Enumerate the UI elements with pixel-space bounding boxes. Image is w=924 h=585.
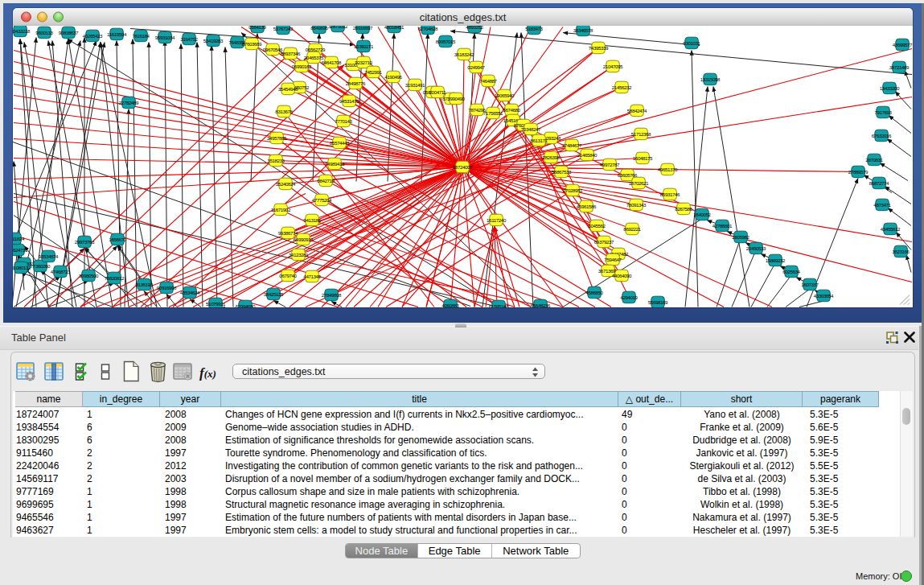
svg-text:38425135: 38425135	[264, 290, 284, 296]
svg-text:8849696: 8849696	[310, 26, 328, 31]
svg-text:21047095: 21047095	[603, 63, 623, 68]
svg-text:63605766: 63605766	[618, 171, 638, 177]
svg-text:93534874: 93534874	[39, 253, 59, 258]
svg-text:51712368: 51712368	[631, 130, 651, 136]
svg-text:55698169: 55698169	[648, 299, 668, 304]
svg-text:21456232: 21456232	[612, 84, 632, 89]
svg-text:34957885: 34957885	[267, 134, 287, 140]
svg-text:43303654: 43303654	[814, 292, 834, 298]
svg-text:80957015: 80957015	[436, 38, 456, 43]
svg-text:15869232: 15869232	[766, 257, 786, 262]
svg-text:65648236: 65648236	[531, 302, 551, 307]
svg-text:8613171: 8613171	[530, 137, 548, 142]
svg-text:6025634: 6025634	[782, 268, 800, 274]
svg-text:1607337: 1607337	[801, 281, 819, 286]
svg-text:40265423: 40265423	[83, 32, 103, 38]
svg-text:45961586: 45961586	[577, 203, 597, 208]
svg-text:0249947: 0249947	[467, 64, 485, 69]
svg-text:74395339: 74395339	[589, 44, 609, 50]
svg-text:64990913: 64990913	[294, 236, 314, 241]
svg-text:28498776: 28498776	[346, 80, 366, 85]
svg-text:9136193: 9136193	[135, 281, 153, 286]
svg-text:06990162: 06990162	[292, 63, 312, 68]
svg-text:4190496: 4190496	[384, 73, 402, 79]
svg-text:58867533: 58867533	[552, 168, 572, 174]
svg-text:30391171: 30391171	[354, 43, 374, 48]
svg-text:85931746: 85931746	[660, 191, 680, 196]
svg-text:5674680: 5674680	[503, 106, 520, 112]
svg-text:0679740: 0679740	[279, 272, 297, 278]
svg-text:70348247: 70348247	[521, 126, 541, 131]
svg-text:30980500: 30980500	[79, 272, 99, 278]
svg-text:2805982: 2805982	[732, 233, 749, 239]
svg-text:0842710: 0842710	[317, 177, 335, 183]
svg-text:7452991: 7452991	[364, 68, 382, 74]
svg-text:31931491: 31931491	[405, 81, 425, 87]
svg-text:9413186: 9413186	[303, 216, 321, 222]
svg-text:48018451: 48018451	[384, 26, 405, 30]
svg-text:43534624: 43534624	[180, 289, 200, 295]
svg-text:26916697: 26916697	[353, 26, 373, 31]
svg-text:11615594: 11615594	[107, 31, 127, 36]
svg-text:3990490: 3990490	[447, 95, 465, 101]
svg-text:43699577: 43699577	[893, 41, 913, 47]
svg-text:2870831: 2870831	[865, 156, 883, 162]
svg-text:1656670: 1656670	[109, 236, 126, 241]
svg-text:88937346: 88937346	[281, 50, 301, 56]
svg-text:12411824: 12411824	[13, 235, 25, 241]
svg-text:3623166: 3623166	[892, 248, 910, 253]
svg-text:87603669: 87603669	[242, 40, 262, 46]
svg-text:11671902: 11671902	[271, 206, 291, 212]
svg-text:27028951: 27028951	[563, 187, 583, 192]
svg-text:9600133: 9600133	[35, 29, 53, 35]
svg-text:4294019: 4294019	[620, 294, 638, 299]
svg-text:36183242: 36183242	[454, 51, 474, 56]
svg-text:18724007: 18724007	[453, 163, 473, 169]
svg-text:42786801: 42786801	[713, 222, 733, 228]
svg-text:27849808: 27849808	[322, 291, 342, 297]
svg-text:34123281: 34123281	[289, 251, 309, 257]
svg-text:4060883: 4060883	[441, 302, 459, 307]
svg-text:72624731: 72624731	[13, 246, 28, 252]
svg-text:38346578: 38346578	[573, 27, 593, 32]
svg-text:13315098: 13315098	[700, 76, 721, 81]
svg-text:10433218: 10433218	[13, 27, 31, 33]
svg-text:7770143: 7770143	[335, 117, 352, 123]
svg-text:22782489: 22782489	[119, 99, 139, 105]
svg-text:58842474: 58842474	[627, 107, 647, 113]
svg-text:7594647: 7594647	[604, 256, 622, 262]
svg-text:69379237: 69379237	[594, 238, 614, 244]
svg-text:90916998: 90916998	[157, 284, 177, 290]
svg-text:47775204: 47775204	[312, 196, 332, 202]
svg-text:90838637: 90838637	[59, 29, 79, 35]
svg-text:4893252: 4893252	[466, 26, 483, 30]
svg-text:0564139: 0564139	[248, 26, 266, 30]
svg-text:43455812: 43455812	[881, 225, 901, 231]
svg-text:19065940: 19065940	[495, 92, 515, 97]
svg-text:8267586: 8267586	[675, 205, 692, 211]
svg-text:5045562: 5045562	[588, 222, 606, 228]
svg-text:61595148: 61595148	[489, 303, 509, 307]
svg-text:99386774: 99386774	[278, 229, 298, 235]
svg-text:3518233: 3518233	[267, 157, 285, 163]
svg-text:29973763: 29973763	[75, 238, 95, 244]
svg-text:47468723: 47468723	[51, 268, 71, 274]
svg-text:2004711: 2004711	[429, 89, 447, 94]
svg-text:4471349: 4471349	[303, 273, 321, 278]
svg-text:4586850: 4586850	[585, 289, 603, 295]
svg-text:3164752: 3164752	[180, 35, 198, 41]
svg-text:49651370: 49651370	[658, 166, 678, 171]
svg-text:78091343: 78091343	[626, 201, 647, 207]
svg-text:8692221: 8692221	[623, 225, 641, 231]
svg-text:9301031: 9301031	[683, 39, 700, 45]
svg-text:21465840: 21465840	[577, 151, 598, 157]
svg-text:53767242: 53767242	[273, 26, 294, 31]
svg-text:27889579: 27889579	[848, 168, 869, 174]
svg-text:16117240: 16117240	[487, 216, 507, 222]
svg-text:67632016: 67632016	[872, 132, 892, 138]
svg-text:06562729: 06562729	[306, 46, 326, 51]
svg-text:5183473: 5183473	[525, 26, 543, 31]
svg-text:32871012: 32871012	[328, 26, 348, 29]
svg-text:35240824: 35240824	[276, 180, 296, 186]
svg-text:71756551: 71756551	[483, 109, 503, 115]
